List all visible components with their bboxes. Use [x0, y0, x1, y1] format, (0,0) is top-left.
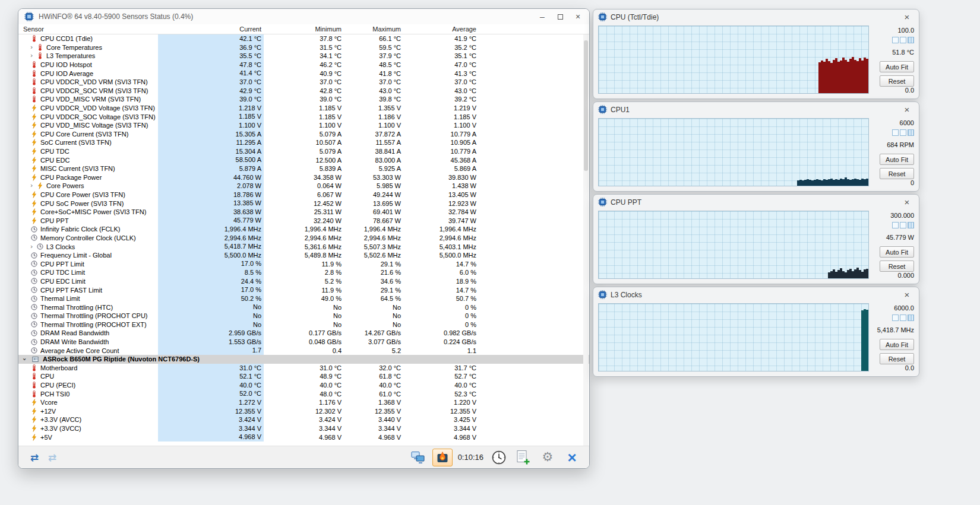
exit-x-icon[interactable]: × [562, 449, 582, 466]
power-icon [30, 425, 38, 432]
reset-button[interactable]: Reset [880, 75, 914, 87]
remote-monitors-icon[interactable] [408, 449, 428, 466]
expand-chevron-icon[interactable]: › [30, 183, 36, 189]
minimize-button[interactable]: – [533, 10, 551, 23]
sensor-row[interactable]: Average Active Core Count1.70.45.21.1 [18, 346, 589, 355]
column-header-maximum[interactable]: Maximum [344, 26, 403, 33]
vertical-scrollbar[interactable] [583, 34, 589, 446]
auto-fit-button[interactable]: Auto Fit [880, 61, 914, 72]
prev-next-sensor-button[interactable]: ⇄ [26, 450, 43, 465]
clock-icon[interactable] [489, 449, 509, 466]
sensor-row[interactable]: CPU Core Power (SVI3 TFN)18.786 W6.067 W… [18, 190, 589, 199]
sensor-row[interactable]: Infinity Fabric Clock (FCLK)1,996.4 MHz1… [18, 225, 589, 234]
sensor-row[interactable]: ›L3 Temperatures35.5 °C34.1 °C37.9 °C35.… [18, 52, 589, 61]
sensor-row[interactable]: CPU IOD Average41.4 °C40.9 °C41.8 °C41.3… [18, 69, 589, 78]
sensor-row[interactable]: PCH TSI052.0 °C48.0 °C61.0 °C52.3 °C [18, 389, 589, 398]
sensor-row[interactable]: CPU EDC58.500 A12.500 A83.000 A45.368 A [18, 155, 589, 164]
close-icon[interactable]: × [900, 197, 914, 207]
sensor-row[interactable]: CPU CCD1 (Tdie)42.1 °C37.8 °C66.1 °C41.9… [18, 34, 589, 43]
auto-fit-button[interactable]: Auto Fit [880, 154, 914, 165]
sensor-row[interactable]: +12V12.355 V12.302 V12.355 V12.355 V [18, 407, 589, 416]
sensor-row[interactable]: CPU SoC Power (SVI3 TFN)13.385 W12.452 W… [18, 199, 589, 208]
sensor-row[interactable]: +5V4.968 V4.968 V4.968 V4.968 V [18, 433, 589, 442]
bg-color-button[interactable] [892, 222, 899, 228]
sensor-row[interactable]: CPU VDD_MISC VRM (SVI3 TFN)39.0 °C39.0 °… [18, 95, 589, 104]
scrollbar-thumb[interactable] [584, 40, 588, 171]
graph-titlebar[interactable]: CPU PPT× [593, 195, 919, 209]
column-header-sensor[interactable]: Sensor [18, 26, 158, 33]
close-button[interactable]: × [569, 10, 587, 23]
close-icon[interactable]: × [900, 290, 914, 300]
sensor-row[interactable]: CPU (PECI)40.0 °C40.0 °C40.0 °C40.0 °C [18, 381, 589, 390]
expand-chevron-icon[interactable]: › [30, 244, 36, 250]
grid-color-button[interactable] [900, 222, 906, 228]
sensor-row[interactable]: CPU Core Current (SVI3 TFN)15.305 A5.079… [18, 130, 589, 139]
reset-button[interactable]: Reset [880, 168, 914, 179]
bar-color-button[interactable] [908, 129, 914, 136]
sensor-row[interactable]: CPU PPT Limit17.0 %11.9 %29.1 %14.7 % [18, 259, 589, 268]
window-titlebar[interactable]: HWiNFO® 64 v8.40-5900 Sensors Status (0.… [18, 9, 589, 24]
sensor-row[interactable]: SoC Current (SVI3 TFN)11.295 A10.507 A11… [18, 138, 589, 147]
bar-color-button[interactable] [908, 315, 914, 321]
bg-color-button[interactable] [892, 37, 899, 43]
sensors-flame-icon[interactable] [432, 449, 453, 466]
sensor-row[interactable]: CPU52.1 °C48.9 °C61.8 °C52.7 °C [18, 372, 589, 381]
sensor-row[interactable]: MISC Current (SVI3 TFN)5.879 A5.839 A5.9… [18, 164, 589, 173]
auto-fit-button[interactable]: Auto Fit [880, 246, 914, 258]
sensor-row[interactable]: CPU VDD_MISC Voltage (SVI3 TFN)1.100 V1.… [18, 121, 589, 130]
column-header-average[interactable]: Average [403, 26, 479, 33]
graph-titlebar[interactable]: CPU (Tctl/Tdie)× [593, 9, 919, 24]
sensor-row[interactable]: DRAM Read Bandwidth2.959 GB/s0.177 GB/s1… [18, 329, 589, 338]
reset-button[interactable]: Reset [880, 353, 914, 364]
sensor-row[interactable]: CPU Package Power44.760 W34.358 W53.303 … [18, 173, 589, 182]
sensor-row[interactable]: CPU VDDCR_SOC VRM (SVI3 TFN)42.9 °C42.8 … [18, 87, 589, 96]
sensor-row[interactable]: Thermal Limit50.2 %49.0 %64.5 %50.7 % [18, 294, 589, 303]
sensor-row[interactable]: +3.3V (AVCC)3.424 V3.424 V3.440 V3.425 V [18, 415, 589, 424]
settings-gear-icon[interactable]: ⚙ [538, 449, 558, 466]
sensor-row[interactable]: DRAM Write Bandwidth1.553 GB/s0.048 GB/s… [18, 338, 589, 347]
sensor-row[interactable]: ›L3 Clocks5,418.7 MHz5,361.6 MHz5,507.3 … [18, 242, 589, 251]
column-header-minimum[interactable]: Minimum [264, 26, 344, 33]
graph-titlebar[interactable]: L3 Clocks× [593, 287, 919, 302]
maximize-button[interactable] [551, 10, 569, 23]
section-header-row[interactable]: ›ASRock B650M PG Riptide (Nuvoton NCT679… [18, 355, 589, 364]
column-header-current[interactable]: Current [158, 26, 264, 33]
grid-color-button[interactable] [900, 129, 906, 136]
collapse-chevron-icon[interactable]: › [23, 355, 31, 363]
sensor-row[interactable]: ›Core Powers2.078 W0.064 W5.985 W1.438 W [18, 182, 589, 190]
sensor-row[interactable]: ›Core Temperatures36.9 °C31.5 °C59.5 °C3… [18, 43, 589, 52]
close-icon[interactable]: × [900, 104, 914, 115]
grid-color-button[interactable] [900, 37, 906, 43]
auto-fit-button[interactable]: Auto Fit [880, 339, 914, 350]
sensor-row[interactable]: CPU EDC Limit24.4 %5.2 %34.6 %18.9 % [18, 277, 589, 286]
close-icon[interactable]: × [900, 12, 914, 22]
bg-color-button[interactable] [892, 315, 899, 321]
sensor-row[interactable]: CPU PPT45.779 W32.240 W78.667 W39.747 W [18, 216, 589, 225]
expand-chevron-icon[interactable]: › [30, 53, 36, 59]
sensor-row[interactable]: Thermal Throttling (HTC)NoNoNo0 % [18, 303, 589, 312]
sensor-row[interactable]: Thermal Throttling (PROCHOT EXT)NoNoNo0 … [18, 320, 589, 329]
sensor-row[interactable]: Vcore1.272 V1.176 V1.368 V1.220 V [18, 398, 589, 407]
reset-button[interactable]: Reset [880, 261, 914, 272]
next-sensor-button-disabled[interactable]: ⇄ [43, 450, 61, 465]
sensor-row[interactable]: Memory Controller Clock (UCLK)2,994.6 MH… [18, 234, 589, 243]
sensor-row[interactable]: Thermal Throttling (PROCHOT CPU)NoNoNo0 … [18, 312, 589, 320]
sensor-row[interactable]: CPU VDDCR_SOC Voltage (SVI3 TFN)1.185 V1… [18, 112, 589, 121]
bar-color-button[interactable] [908, 222, 914, 228]
sensor-row[interactable]: CPU TDC Limit8.5 %2.8 %21.6 %6.0 % [18, 268, 589, 277]
sensor-row[interactable]: Motherboard31.0 °C31.0 °C32.0 °C31.7 °C [18, 364, 589, 373]
sensor-row[interactable]: CPU PPT FAST Limit17.0 %11.9 %29.1 %14.7… [18, 285, 589, 294]
sensor-row[interactable]: Core+SoC+MISC Power (SVI3 TFN)38.638 W25… [18, 208, 589, 217]
bar-color-button[interactable] [908, 37, 914, 43]
graph-titlebar[interactable]: CPU1× [593, 102, 919, 117]
sensor-row[interactable]: CPU TDC15.304 A5.079 A38.841 A10.779 A [18, 147, 589, 156]
report-icon[interactable] [513, 449, 533, 466]
grid-color-button[interactable] [900, 315, 906, 321]
sensor-row[interactable]: CPU VDDCR_VDD Voltage (SVI3 TFN)1.218 V1… [18, 104, 589, 113]
sensor-row[interactable]: CPU VDDCR_VDD VRM (SVI3 TFN)37.0 °C37.0 … [18, 78, 589, 87]
bg-color-button[interactable] [892, 129, 899, 136]
sensor-row[interactable]: Frequency Limit - Global5,500.0 MHz5,489… [18, 251, 589, 260]
expand-chevron-icon[interactable]: › [30, 45, 36, 50]
sensor-row[interactable]: CPU IOD Hotspot47.8 °C46.2 °C48.5 °C47.0… [18, 61, 589, 69]
sensor-row[interactable]: +3.3V (3VCC)3.344 V3.344 V3.344 V3.344 V [18, 424, 589, 433]
